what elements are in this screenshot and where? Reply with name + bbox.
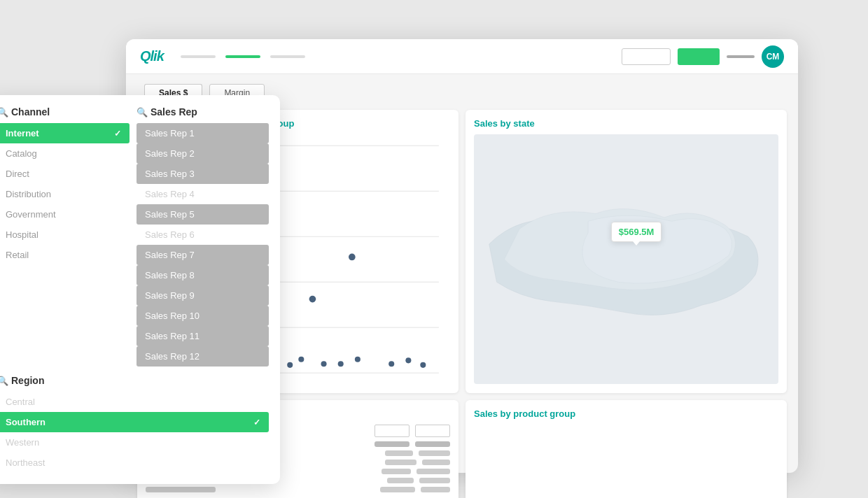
filter-item-southern[interactable]: Southern ✓	[0, 412, 269, 432]
checkmark-region-icon: ✓	[253, 418, 260, 427]
sales-rep-search-icon: 🔍	[136, 107, 146, 117]
region-filter-col: 🔍 Region Central Southern ✓ Western Nort…	[0, 375, 269, 473]
settings-icon[interactable]	[727, 55, 755, 58]
filter-item-rep6[interactable]: Sales Rep 6	[136, 225, 269, 245]
table-row	[146, 487, 450, 492]
map-tooltip: $569.5M	[611, 222, 662, 242]
filter-section-region: 🔍 Region Central Southern ✓ Western Nort…	[0, 375, 269, 473]
svg-point-15	[321, 361, 327, 367]
filter-item-direct[interactable]: Direct	[0, 164, 130, 184]
filter-item-rep10[interactable]: Sales Rep 10	[136, 306, 269, 326]
nav-tabs-top	[181, 55, 610, 58]
sales-rep-col-name: Sales Rep	[150, 106, 197, 118]
top-bar: Qlik CM	[126, 39, 798, 74]
user-avatar[interactable]: CM	[762, 45, 784, 68]
cell-val2	[421, 487, 450, 492]
filter-item-rep4[interactable]: Sales Rep 4	[136, 184, 269, 204]
svg-point-18	[388, 361, 394, 367]
svg-point-13	[287, 362, 293, 368]
cell-val2	[416, 469, 450, 474]
filter-item-government[interactable]: Government	[0, 204, 130, 225]
filter-item-rep11[interactable]: Sales Rep 11	[136, 326, 269, 346]
filter-item-internet[interactable]: Internet ✓	[0, 123, 130, 143]
filter-item-distribution[interactable]: Distribution	[0, 184, 130, 204]
top-bar-right: CM	[622, 45, 784, 68]
region-filter-title: 🔍 Region	[0, 375, 269, 386]
region-search-icon: 🔍	[0, 376, 7, 385]
map-chart-title: Sales by state	[474, 118, 778, 129]
svg-point-10	[349, 254, 356, 261]
filter-item-hospital[interactable]: Hospital	[0, 225, 130, 245]
product-group-chart-card: Sales by product group	[465, 400, 787, 498]
qlik-logo: Qlik	[140, 48, 164, 64]
nav-tab-1[interactable]	[181, 55, 216, 58]
filter-panel: 🔍 Channel Internet ✓ Catalog Direct Dist…	[0, 95, 280, 484]
cell-val2	[422, 460, 450, 465]
svg-point-14	[298, 357, 304, 362]
filter-item-northeast[interactable]: Northeast	[0, 453, 269, 473]
filter-item-catalog[interactable]: Catalog	[0, 143, 130, 164]
cell-val1	[382, 469, 411, 474]
channel-filter-col: 🔍 Channel Internet ✓ Catalog Direct Dist…	[0, 106, 130, 367]
cell-val1	[385, 460, 416, 465]
search-box[interactable]	[622, 48, 671, 65]
channel-filter-title: 🔍 Channel	[0, 106, 130, 118]
filter-item-rep7[interactable]: Sales Rep 7	[136, 245, 269, 265]
product-bars-right	[750, 425, 778, 498]
cell-val2	[419, 478, 450, 483]
svg-point-9	[309, 296, 316, 303]
nav-tab-3[interactable]	[270, 55, 305, 58]
filter-item-retail[interactable]: Retail	[0, 245, 130, 265]
filter-item-rep3[interactable]: Sales Rep 3	[136, 164, 269, 184]
action-button[interactable]	[678, 48, 720, 65]
col-header-2	[374, 425, 410, 437]
map-svg	[474, 134, 778, 384]
nav-tab-2-active[interactable]	[225, 55, 260, 58]
product-group-chart-title: Sales by product group	[474, 408, 778, 419]
sales-rep-filter-title: 🔍 Sales Rep	[136, 106, 269, 118]
svg-point-17	[355, 357, 360, 362]
cell-val1	[387, 478, 414, 483]
map-area: $569.5M	[474, 134, 778, 384]
filter-item-rep12[interactable]: Sales Rep 12	[136, 346, 269, 367]
cell-val2	[419, 450, 450, 456]
filter-item-rep2[interactable]: Sales Rep 2	[136, 143, 269, 164]
cell-val1	[374, 441, 410, 447]
filter-item-central[interactable]: Central	[0, 392, 269, 412]
product-bars	[474, 425, 778, 498]
map-chart-card: Sales by state $569.5M	[465, 110, 787, 393]
channel-search-icon: 🔍	[0, 107, 7, 117]
region-col-name: Region	[11, 375, 44, 386]
filter-item-rep8[interactable]: Sales Rep 8	[136, 265, 269, 285]
cell-val1	[380, 487, 415, 492]
channel-col-name: Channel	[11, 106, 50, 118]
svg-point-20	[420, 362, 426, 368]
svg-point-19	[405, 357, 411, 363]
filter-item-rep5[interactable]: Sales Rep 5	[136, 204, 269, 225]
sales-rep-filter-col: 🔍 Sales Rep Sales Rep 1 Sales Rep 2 Sale…	[136, 106, 269, 367]
cell-name	[146, 487, 216, 492]
checkmark-icon: ✓	[114, 129, 121, 138]
product-bars-left	[474, 425, 745, 498]
filter-item-rep1[interactable]: Sales Rep 1	[136, 123, 269, 143]
filter-item-western[interactable]: Western	[0, 432, 269, 453]
col-header-3	[415, 425, 450, 437]
filter-section-top: 🔍 Channel Internet ✓ Catalog Direct Dist…	[0, 106, 269, 367]
cell-val2	[415, 441, 450, 447]
filter-item-rep9[interactable]: Sales Rep 9	[136, 285, 269, 306]
svg-point-16	[338, 361, 344, 367]
browser-window: Qlik CM Sales $ Margin Sales vs Margin b…	[126, 39, 798, 473]
cell-val1	[385, 450, 413, 456]
